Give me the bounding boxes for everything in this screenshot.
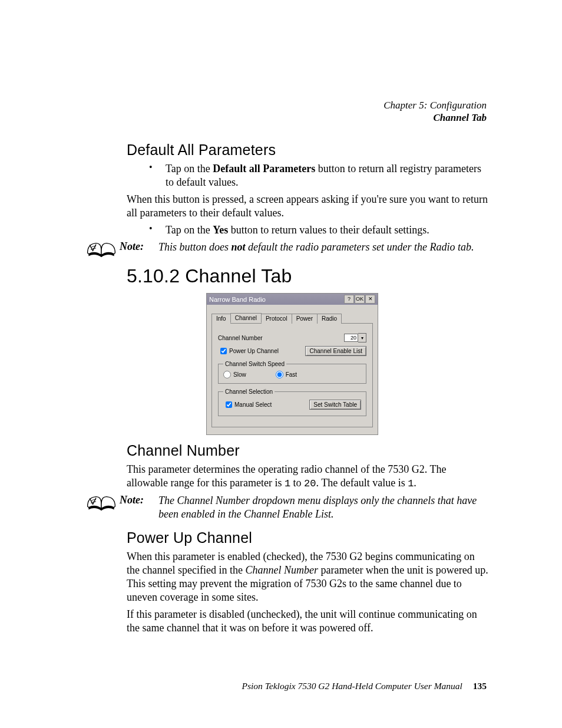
power-up-channel-label: Power Up Channel: [229, 348, 279, 354]
channel-selection-group: Channel Selection Manual Select Set Swit…: [218, 388, 366, 416]
help-button[interactable]: ?: [344, 295, 354, 304]
tab-power[interactable]: Power: [292, 314, 318, 324]
tab-channel[interactable]: Channel: [230, 313, 262, 323]
note-text-1: This button does not default the radio p…: [158, 241, 488, 254]
channel-number-input[interactable]: [344, 334, 358, 342]
note-channel-number: Note: The Channel Number dropdown menu d…: [85, 494, 488, 521]
channel-selection-legend: Channel Selection: [223, 388, 275, 395]
para-confirm-screen: When this button is pressed, a screen ap…: [127, 193, 488, 220]
para-power-up-2: If this parameter is disabled (unchecked…: [127, 608, 488, 635]
bullet-default-all: Tap on the Default all Parameters button…: [149, 162, 488, 189]
manual-select-checkbox-row[interactable]: Manual Select: [223, 400, 309, 410]
para-channel-number: This parameter determines the operating …: [127, 463, 488, 490]
ok-button[interactable]: OK: [355, 295, 365, 304]
heading-5-10-2-channel-tab: 5.10.2 Channel Tab: [127, 265, 488, 287]
manual-select-label: Manual Select: [234, 401, 272, 408]
channel-number-combo[interactable]: ▾: [344, 333, 366, 342]
radio-slow[interactable]: Slow: [223, 371, 246, 378]
para-power-up-1: When this parameter is enabled (checked)…: [127, 550, 488, 604]
footer-manual-title: Psion Teklogix 7530 G2 Hand-Held Compute…: [242, 681, 462, 691]
radio-fast[interactable]: Fast: [276, 371, 297, 378]
note-label: Note:: [120, 241, 158, 253]
running-header: Chapter 5: Configuration Channel Tab: [384, 99, 487, 124]
power-up-channel-checkbox[interactable]: [220, 348, 227, 354]
chapter-line: Chapter 5: Configuration: [384, 99, 487, 111]
note-label: Note:: [120, 494, 158, 506]
set-switch-table-button[interactable]: Set Switch Table: [309, 400, 361, 410]
tab-radio[interactable]: Radio: [317, 314, 342, 324]
page-number: 135: [473, 681, 487, 691]
window-titlebar: Narrow Band Radio ? OK ✕: [207, 294, 378, 305]
channel-enable-list-button[interactable]: Channel Enable List: [305, 346, 366, 356]
dropdown-arrow-icon[interactable]: ▾: [358, 333, 366, 342]
channel-number-label: Channel Number: [218, 335, 344, 341]
tab-strip: Info Channel Protocol Power Radio: [211, 313, 373, 323]
section-line: Channel Tab: [384, 111, 487, 124]
channel-switch-speed-group: Channel Switch Speed Slow Fast: [218, 361, 366, 384]
book-icon: [85, 237, 120, 261]
note-radio-tab: Note: This button does not default the r…: [85, 241, 488, 261]
tab-info[interactable]: Info: [211, 314, 231, 324]
power-up-channel-checkbox-row[interactable]: Power Up Channel: [218, 346, 305, 356]
switch-speed-legend: Channel Switch Speed: [223, 361, 286, 367]
heading-channel-number: Channel Number: [127, 442, 488, 459]
bullet-tap-yes: Tap on the Yes button to return values t…: [149, 223, 488, 237]
heading-default-all-parameters: Default All Parameters: [127, 141, 488, 159]
tab-protocol[interactable]: Protocol: [261, 314, 292, 324]
window-title: Narrow Band Radio: [209, 296, 343, 303]
screenshot-channel-tab: Narrow Band Radio ? OK ✕ Info Channel Pr…: [206, 293, 488, 435]
heading-power-up-channel: Power Up Channel: [127, 529, 488, 546]
page-footer: Psion Teklogix 7530 G2 Hand-Held Compute…: [242, 681, 487, 691]
book-icon: [85, 490, 120, 514]
manual-select-checkbox[interactable]: [226, 401, 232, 408]
note-text-2: The Channel Number dropdown menu display…: [158, 494, 488, 521]
close-button[interactable]: ✕: [365, 295, 375, 304]
